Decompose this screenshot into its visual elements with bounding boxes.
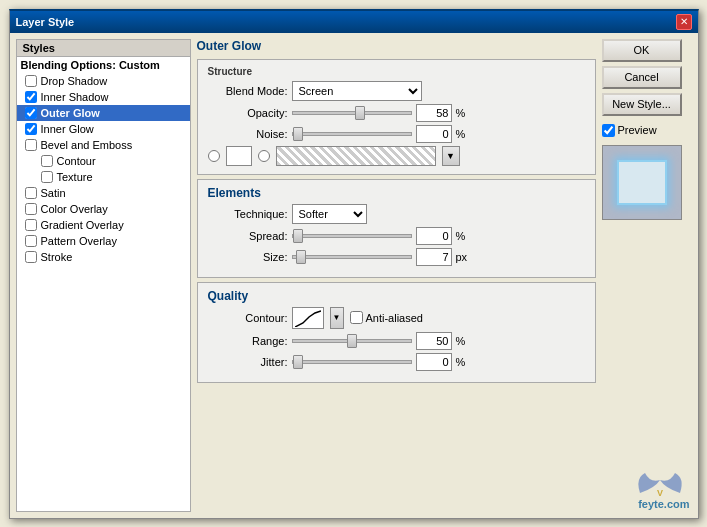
opacity-slider[interactable] <box>292 111 412 115</box>
color-overlay-item[interactable]: Color Overlay <box>17 201 190 217</box>
elements-title: Elements <box>208 186 585 200</box>
gradient-overlay-item[interactable]: Gradient Overlay <box>17 217 190 233</box>
texture-item[interactable]: Texture <box>17 169 190 185</box>
bevel-emboss-item[interactable]: Bevel and Emboss <box>17 137 190 153</box>
spread-slider[interactable] <box>292 234 412 238</box>
blend-mode-label: Blend Mode: <box>208 85 288 97</box>
preview-checkbox[interactable] <box>602 124 615 137</box>
contour-row: Contour: ▼ Anti-aliased <box>208 307 585 329</box>
size-slider-container: px <box>292 248 585 266</box>
satin-checkbox[interactable] <box>25 187 37 199</box>
inner-glow-label: Inner Glow <box>41 123 94 135</box>
noise-slider[interactable] <box>292 132 412 136</box>
size-input[interactable] <box>416 248 452 266</box>
range-slider[interactable] <box>292 339 412 343</box>
color-swatch[interactable] <box>226 146 252 166</box>
preview-inner <box>617 160 667 205</box>
inner-shadow-item[interactable]: Inner Shadow <box>17 89 190 105</box>
gradient-preview[interactable] <box>276 146 436 166</box>
main-panel: Outer Glow Structure Blend Mode: Screen … <box>197 39 596 512</box>
preview-label[interactable]: Preview <box>602 124 692 137</box>
gradient-overlay-checkbox[interactable] <box>25 219 37 231</box>
jitter-slider-container: % <box>292 353 585 371</box>
anti-alias-checkbox[interactable] <box>350 311 363 324</box>
ok-button[interactable]: OK <box>602 39 682 62</box>
color-overlay-checkbox[interactable] <box>25 203 37 215</box>
opacity-label: Opacity: <box>208 107 288 119</box>
jitter-unit: % <box>456 356 471 368</box>
solid-color-radio[interactable] <box>208 150 220 162</box>
range-input[interactable] <box>416 332 452 350</box>
technique-select[interactable]: Softer Precise <box>292 204 367 224</box>
contour-control: ▼ Anti-aliased <box>292 307 423 329</box>
contour-checkbox[interactable] <box>41 155 53 167</box>
outer-glow-label: Outer Glow <box>41 107 100 119</box>
close-button[interactable]: ✕ <box>676 14 692 30</box>
technique-row: Technique: Softer Precise <box>208 204 585 224</box>
blend-mode-select[interactable]: Screen Normal Multiply Overlay <box>292 81 422 101</box>
color-overlay-label: Color Overlay <box>41 203 108 215</box>
inner-shadow-label: Inner Shadow <box>41 91 109 103</box>
gradient-radio[interactable] <box>258 150 270 162</box>
contour-dropdown-btn[interactable]: ▼ <box>330 307 344 329</box>
noise-label: Noise: <box>208 128 288 140</box>
gradient-dropdown-btn[interactable]: ▼ <box>442 146 460 166</box>
spread-slider-container: % <box>292 227 585 245</box>
stroke-item[interactable]: Stroke <box>17 249 190 265</box>
drop-shadow-item[interactable]: Drop Shadow <box>17 73 190 89</box>
size-unit: px <box>456 251 471 263</box>
blend-mode-row: Blend Mode: Screen Normal Multiply Overl… <box>208 81 585 101</box>
spread-unit: % <box>456 230 471 242</box>
noise-input[interactable] <box>416 125 452 143</box>
anti-alias-label[interactable]: Anti-aliased <box>350 311 423 324</box>
texture-checkbox[interactable] <box>41 171 53 183</box>
spread-input[interactable] <box>416 227 452 245</box>
jitter-label: Jitter: <box>208 356 288 368</box>
stroke-label: Stroke <box>41 251 73 263</box>
layer-style-dialog: Layer Style ✕ Styles Blending Options: C… <box>9 9 699 519</box>
dialog-title: Layer Style <box>16 16 75 28</box>
color-row: ▼ <box>208 146 585 166</box>
stroke-checkbox[interactable] <box>25 251 37 263</box>
spread-label: Spread: <box>208 230 288 242</box>
inner-glow-checkbox[interactable] <box>25 123 37 135</box>
opacity-unit: % <box>456 107 471 119</box>
titlebar: Layer Style ✕ <box>10 11 698 33</box>
outer-glow-item[interactable]: Outer Glow <box>17 105 190 121</box>
jitter-input[interactable] <box>416 353 452 371</box>
new-style-button[interactable]: New Style... <box>602 93 682 116</box>
pattern-overlay-item[interactable]: Pattern Overlay <box>17 233 190 249</box>
opacity-input[interactable] <box>416 104 452 122</box>
opacity-slider-container: % <box>292 104 585 122</box>
technique-label: Technique: <box>208 208 288 220</box>
range-label: Range: <box>208 335 288 347</box>
contour-item[interactable]: Contour <box>17 153 190 169</box>
spread-row: Spread: % <box>208 227 585 245</box>
noise-row: Noise: % <box>208 125 585 143</box>
drop-shadow-checkbox[interactable] <box>25 75 37 87</box>
cancel-button[interactable]: Cancel <box>602 66 682 89</box>
jitter-slider[interactable] <box>292 360 412 364</box>
outer-glow-section-header: Outer Glow <box>197 39 596 55</box>
left-panel: Styles Blending Options: Custom Drop Sha… <box>16 39 191 512</box>
pattern-overlay-checkbox[interactable] <box>25 235 37 247</box>
opacity-row: Opacity: % <box>208 104 585 122</box>
jitter-row: Jitter: % <box>208 353 585 371</box>
size-slider[interactable] <box>292 255 412 259</box>
bevel-emboss-label: Bevel and Emboss <box>41 139 133 151</box>
blending-options-item[interactable]: Blending Options: Custom <box>17 57 190 73</box>
size-label: Size: <box>208 251 288 263</box>
right-panel: OK Cancel New Style... Preview <box>602 39 692 512</box>
dialog-body: Styles Blending Options: Custom Drop Sha… <box>10 33 698 518</box>
structure-title: Structure <box>208 66 585 77</box>
satin-item[interactable]: Satin <box>17 185 190 201</box>
noise-slider-container: % <box>292 125 585 143</box>
contour-thumbnail[interactable] <box>292 307 324 329</box>
bevel-emboss-checkbox[interactable] <box>25 139 37 151</box>
drop-shadow-label: Drop Shadow <box>41 75 108 87</box>
size-row: Size: px <box>208 248 585 266</box>
outer-glow-checkbox[interactable] <box>25 107 37 119</box>
preview-box <box>602 145 682 220</box>
inner-glow-item[interactable]: Inner Glow <box>17 121 190 137</box>
inner-shadow-checkbox[interactable] <box>25 91 37 103</box>
